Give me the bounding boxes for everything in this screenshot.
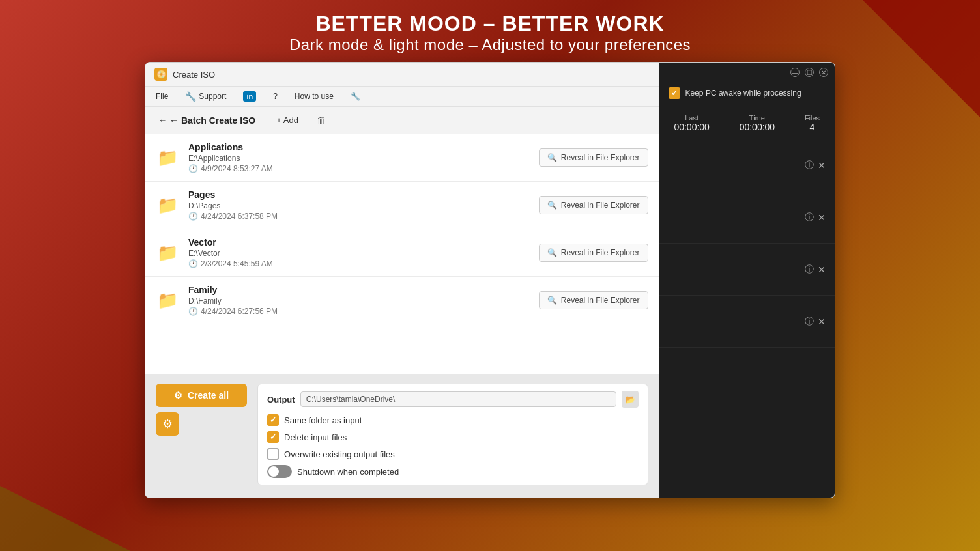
checkmark-icon: ✓: [671, 89, 678, 98]
close-item-icon[interactable]: ✕: [818, 160, 826, 171]
overwrite-checkbox[interactable]: [267, 448, 279, 460]
info-icon[interactable]: ⓘ: [805, 212, 814, 223]
item-info: Vector E:\Vector 🕐 2/3/2024 5:45:59 AM: [188, 237, 530, 268]
right-items-list: ⓘ ✕ ⓘ ✕ ⓘ ✕ ⓘ ✕: [659, 139, 835, 498]
item-path: E:\Vector: [188, 249, 530, 258]
stat-time-label: Time: [740, 114, 775, 122]
item-time: 🕐 2/3/2024 5:45:59 AM: [188, 259, 530, 268]
toggle-knob: [268, 466, 279, 477]
right-item-actions: ⓘ ✕: [805, 316, 826, 328]
add-label: + Add: [276, 115, 298, 125]
gear-icon: ⚙: [162, 417, 173, 431]
delete-button[interactable]: 🗑: [311, 112, 332, 128]
checkmark-icon: ✓: [270, 416, 276, 425]
same-folder-checkbox[interactable]: ✓: [267, 414, 279, 426]
reveal-button[interactable]: 🔍 Reveal in File Explorer: [539, 148, 648, 167]
item-name: Applications: [188, 142, 530, 152]
title-bar: 📀 Create ISO: [145, 63, 659, 87]
page-title: ← Batch Create ISO: [169, 115, 255, 126]
right-item: ⓘ ✕: [659, 244, 835, 296]
maximize-button[interactable]: ☐: [805, 68, 814, 77]
minimize-icon: —: [792, 69, 798, 76]
keep-awake-checkbox[interactable]: ✓: [669, 87, 680, 99]
folder-icon: 📁: [156, 193, 179, 217]
reveal-icon: 🔍: [547, 153, 557, 162]
close-button[interactable]: ✕: [819, 68, 828, 77]
folder-icon: 📁: [156, 241, 179, 264]
item-path: D:\Family: [188, 296, 530, 305]
output-panel: Output C:\Users\tamla\OneDrive\ 📂 ✓ Same…: [257, 384, 648, 485]
hero-section: BETTER MOOD – BETTER WORK Dark mode & li…: [0, 0, 980, 62]
same-folder-label: Same folder as input: [284, 416, 362, 425]
app-icon: 📀: [154, 68, 167, 81]
app-title: Create ISO: [173, 70, 215, 79]
right-item-actions: ⓘ ✕: [805, 264, 826, 276]
settings-icon: 🔧: [351, 92, 360, 101]
decoration-triangle-bottom-left: [0, 486, 130, 551]
right-item-actions: ⓘ ✕: [805, 160, 826, 171]
shutdown-label: Shutdown when completed: [297, 467, 399, 477]
menu-how-to-use[interactable]: How to use: [291, 90, 338, 103]
stat-last-label: Last: [674, 114, 710, 122]
output-label: Output: [267, 395, 295, 404]
close-item-icon[interactable]: ✕: [818, 212, 826, 223]
stat-files-label: Files: [805, 114, 820, 122]
menu-settings[interactable]: 🔧: [347, 90, 364, 103]
keep-awake-label: Keep PC awake while processing: [685, 89, 801, 98]
toolbar: ← ← Batch Create ISO + Add 🗑: [145, 107, 659, 134]
list-item: 📁 Vector E:\Vector 🕐 2/3/2024 5:45:59 AM…: [145, 229, 659, 277]
left-panel: 📀 Create ISO File 🔧 Support in ? How to …: [145, 63, 659, 498]
shutdown-toggle[interactable]: [267, 465, 292, 478]
menu-support[interactable]: 🔧 Support: [181, 89, 230, 104]
delete-input-checkbox[interactable]: ✓: [267, 431, 279, 443]
output-row: Output C:\Users\tamla\OneDrive\ 📂: [267, 391, 638, 408]
info-icon[interactable]: ⓘ: [805, 160, 814, 171]
stat-last-value: 00:00:00: [674, 122, 710, 132]
stat-files-value: 4: [805, 122, 820, 132]
settings-button[interactable]: ⚙: [156, 412, 179, 436]
menu-linkedin[interactable]: in: [239, 89, 260, 104]
reveal-button[interactable]: 🔍 Reveal in File Explorer: [539, 291, 648, 309]
close-item-icon[interactable]: ✕: [818, 264, 826, 275]
menu-help[interactable]: ?: [269, 90, 281, 103]
reveal-button[interactable]: 🔍 Reveal in File Explorer: [539, 196, 648, 214]
info-icon[interactable]: ⓘ: [805, 316, 814, 328]
stat-last: Last 00:00:00: [674, 114, 710, 132]
back-button[interactable]: ← ← Batch Create ISO: [154, 113, 259, 128]
delete-input-row: ✓ Delete input files: [267, 431, 638, 443]
close-icon: ✕: [821, 69, 826, 76]
item-info: Pages D:\Pages 🕐 4/24/2024 6:37:58 PM: [188, 190, 530, 221]
trash-icon: 🗑: [317, 115, 326, 126]
minimize-button[interactable]: —: [790, 68, 800, 77]
right-item: ⓘ ✕: [659, 191, 835, 244]
reveal-button[interactable]: 🔍 Reveal in File Explorer: [539, 244, 648, 262]
overwrite-label: Overwrite existing output files: [284, 449, 395, 459]
menu-how-to-use-label: How to use: [295, 92, 334, 101]
item-time: 🕐 4/24/2024 6:27:56 PM: [188, 307, 530, 316]
item-info: Applications E:\Applications 🕐 4/9/2024 …: [188, 142, 530, 173]
reveal-icon: 🔍: [547, 248, 557, 257]
shutdown-row: Shutdown when completed: [267, 465, 638, 478]
hero-line1: BETTER MOOD – BETTER WORK: [0, 12, 980, 36]
create-all-label: Create all: [188, 390, 229, 401]
add-button[interactable]: + Add: [270, 113, 305, 128]
stat-files: Files 4: [805, 114, 820, 132]
same-folder-row: ✓ Same folder as input: [267, 414, 638, 426]
create-all-button[interactable]: ⚙ Create all: [156, 384, 247, 407]
clock-icon: 🕐: [188, 259, 198, 268]
item-path: E:\Applications: [188, 154, 530, 163]
item-path: D:\Pages: [188, 201, 530, 210]
item-info: Family D:\Family 🕐 4/24/2024 6:27:56 PM: [188, 285, 530, 316]
folder-pick-button[interactable]: 📂: [622, 391, 639, 408]
checkmark-icon: ✓: [270, 432, 276, 442]
folder-pick-icon: 📂: [625, 395, 635, 404]
item-name: Family: [188, 285, 530, 295]
back-arrow-icon: ←: [158, 115, 167, 125]
overwrite-row: Overwrite existing output files: [267, 448, 638, 460]
close-item-icon[interactable]: ✕: [818, 317, 826, 327]
info-icon[interactable]: ⓘ: [805, 264, 814, 276]
menu-file[interactable]: File: [152, 90, 172, 103]
menu-bar: File 🔧 Support in ? How to use 🔧: [145, 87, 659, 107]
output-path: C:\Users\tamla\OneDrive\: [300, 391, 616, 407]
app-window: 📀 Create ISO File 🔧 Support in ? How to …: [145, 62, 835, 498]
